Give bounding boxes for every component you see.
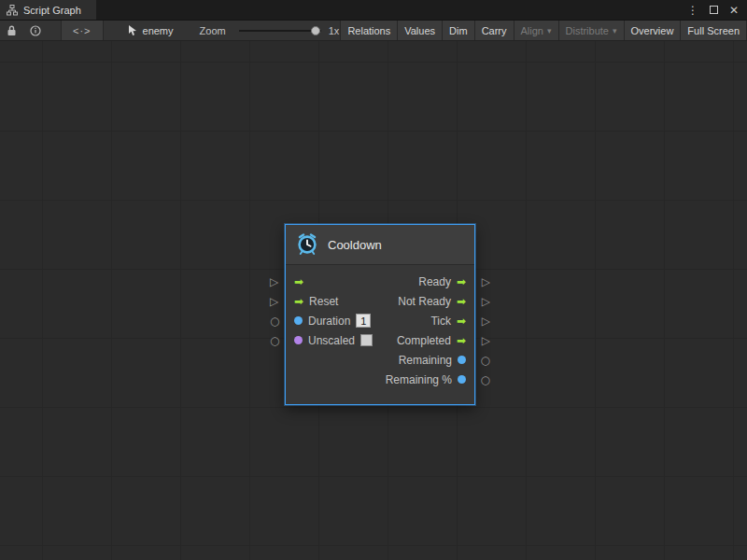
flow-output-port[interactable]: ▷ bbox=[482, 276, 490, 287]
flow-arrow-icon: ➡ bbox=[457, 335, 466, 346]
carry-button[interactable]: Carry bbox=[474, 21, 514, 40]
graph-breadcrumb[interactable]: enemy bbox=[128, 25, 174, 36]
graph-name-label: enemy bbox=[143, 25, 174, 36]
port-label: Remaining bbox=[399, 354, 452, 367]
port-label: Duration bbox=[308, 315, 350, 328]
node-title: Cooldown bbox=[328, 238, 382, 252]
graph-canvas[interactable]: Cooldown ▷ ➡ Ready ➡ ▷ ▷ ➡ bbox=[0, 41, 747, 560]
chevron-down-icon: ▾ bbox=[547, 26, 552, 35]
values-button[interactable]: Values bbox=[397, 21, 442, 40]
window-controls: ⋮ ✕ bbox=[687, 0, 747, 20]
value-dot-icon bbox=[294, 316, 303, 325]
graph-toolbar: <·> enemy Zoom 1x Relations Values Dim C… bbox=[0, 21, 747, 41]
flow-arrow-icon: ➡ bbox=[457, 276, 466, 287]
flow-input-port[interactable]: ▷ bbox=[270, 296, 278, 307]
zoom-slider[interactable] bbox=[239, 30, 321, 32]
align-button: Align ▾ bbox=[514, 21, 558, 40]
port-row: ○ Unscaled Completed ➡ ▷ bbox=[286, 330, 474, 350]
port-label: Ready bbox=[418, 275, 451, 288]
port-duration[interactable]: Duration bbox=[286, 314, 371, 328]
value-input-port[interactable]: ○ bbox=[270, 335, 279, 346]
port-row: ○ Duration Tick ➡ ▷ bbox=[286, 311, 474, 330]
align-label: Align bbox=[521, 25, 543, 36]
graph-pointer-icon bbox=[128, 25, 138, 36]
chevron-down-icon: ▾ bbox=[613, 26, 617, 35]
script-graph-icon bbox=[7, 5, 18, 16]
value-dot-icon bbox=[458, 356, 466, 364]
alarm-clock-icon bbox=[296, 233, 318, 256]
port-row: ▷ ➡ Reset Not Ready ➡ ▷ bbox=[286, 291, 474, 311]
flow-output-port[interactable]: ▷ bbox=[482, 296, 490, 307]
zoom-value: 1x bbox=[329, 25, 340, 36]
port-row: ▷ ➡ Ready ➡ ▷ bbox=[286, 272, 474, 291]
flow-arrow-icon: ➡ bbox=[294, 296, 303, 307]
unscaled-checkbox[interactable] bbox=[360, 334, 373, 346]
maximize-icon[interactable] bbox=[710, 6, 718, 14]
port-unscaled[interactable]: Unscaled bbox=[286, 334, 373, 347]
zoom-slider-handle[interactable] bbox=[311, 26, 320, 35]
port-enter[interactable]: ➡ bbox=[286, 276, 309, 287]
port-row: Remaining ○ bbox=[286, 350, 474, 370]
flow-output-port[interactable]: ▷ bbox=[482, 315, 490, 327]
port-remaining-percent[interactable]: Remaining % bbox=[386, 373, 474, 386]
value-output-port[interactable]: ○ bbox=[481, 374, 490, 385]
close-icon[interactable]: ✕ bbox=[729, 5, 739, 16]
flow-input-port[interactable]: ▷ bbox=[270, 276, 278, 287]
port-label: Unscaled bbox=[308, 334, 355, 347]
dim-button[interactable]: Dim bbox=[442, 21, 474, 40]
zoom-label: Zoom bbox=[200, 25, 226, 36]
relations-button[interactable]: Relations bbox=[340, 21, 397, 40]
info-icon[interactable] bbox=[23, 21, 48, 40]
node-body: ▷ ➡ Ready ➡ ▷ ▷ ➡ Reset Not bbox=[286, 265, 474, 404]
port-remaining[interactable]: Remaining bbox=[399, 354, 474, 367]
port-label: Reset bbox=[309, 295, 338, 308]
port-reset[interactable]: ➡ Reset bbox=[286, 295, 338, 308]
port-label: Remaining % bbox=[386, 373, 452, 386]
duration-field[interactable] bbox=[356, 314, 371, 328]
titlebar-spacer bbox=[96, 0, 687, 20]
full-screen-button[interactable]: Full Screen bbox=[680, 21, 747, 40]
flow-output-port[interactable]: ▷ bbox=[482, 335, 490, 346]
port-tick[interactable]: Tick ➡ bbox=[430, 315, 474, 328]
value-dot-icon bbox=[458, 375, 466, 384]
port-not-ready[interactable]: Not Ready ➡ bbox=[398, 295, 474, 308]
port-label: Completed bbox=[397, 334, 451, 347]
port-label: Not Ready bbox=[398, 295, 451, 308]
flow-arrow-icon: ➡ bbox=[457, 315, 466, 327]
value-output-port[interactable]: ○ bbox=[481, 355, 490, 366]
zoom-control: Zoom 1x bbox=[200, 25, 340, 36]
tab-title: Script Graph bbox=[23, 5, 81, 16]
toolbar-button-group: Relations Values Dim Carry Align ▾ Distr… bbox=[340, 21, 747, 40]
port-label: Tick bbox=[430, 315, 451, 328]
title-bar: Script Graph ⋮ ✕ bbox=[0, 0, 747, 21]
tab-script-graph[interactable]: Script Graph bbox=[0, 0, 96, 20]
overview-button[interactable]: Overview bbox=[624, 21, 681, 40]
distribute-label: Distribute bbox=[566, 25, 609, 36]
code-preview-button[interactable]: <·> bbox=[61, 21, 104, 40]
node-cooldown[interactable]: Cooldown ▷ ➡ Ready ➡ ▷ ▷ ➡ bbox=[285, 224, 475, 405]
flow-arrow-icon: ➡ bbox=[294, 276, 303, 287]
port-ready[interactable]: Ready ➡ bbox=[418, 275, 474, 288]
port-row: Remaining % ○ bbox=[286, 370, 474, 389]
value-dot-icon bbox=[294, 336, 303, 344]
flow-arrow-icon: ➡ bbox=[457, 296, 466, 307]
window-menu-icon[interactable]: ⋮ bbox=[687, 5, 698, 16]
port-completed[interactable]: Completed ➡ bbox=[397, 334, 474, 347]
node-header[interactable]: Cooldown bbox=[286, 225, 474, 265]
lock-icon[interactable] bbox=[0, 21, 23, 40]
distribute-button: Distribute ▾ bbox=[558, 21, 624, 40]
value-input-port[interactable]: ○ bbox=[270, 315, 279, 327]
